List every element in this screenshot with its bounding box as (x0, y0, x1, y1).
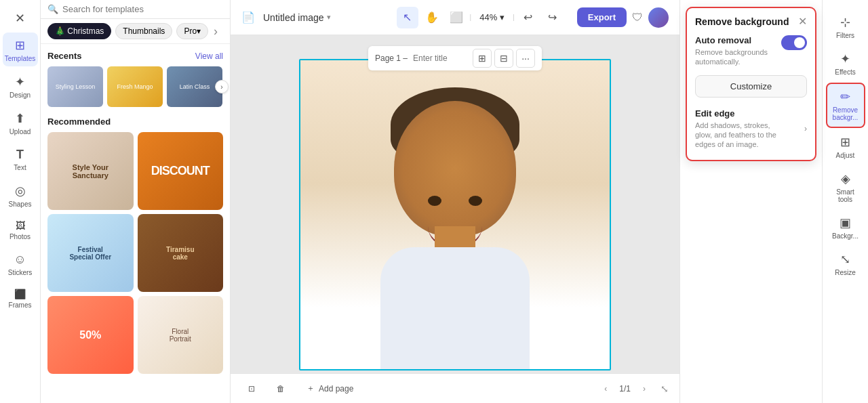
right-tool-resize[interactable]: ⤡ Resize (826, 247, 865, 282)
design-label: Design (9, 91, 31, 99)
effects-icon: ✦ (840, 51, 850, 66)
edit-edge-chevron-icon: › (804, 124, 807, 133)
auto-removal-text: Auto removal Remove backgrounds automati… (695, 35, 776, 67)
page-info: 1/1 (619, 384, 631, 394)
pagination: ‹ 1/1 › ⤡ (597, 381, 669, 397)
rec-thumb-3[interactable]: FestivalSpecial Offer (47, 214, 134, 292)
top-bar: 📄 Untitled image ▾ ↖ ✋ ⬜ | 44% ▾ | ↩ ↪ E… (231, 0, 679, 35)
child-eye-right (469, 196, 482, 206)
undo-button[interactable]: ↩ (517, 7, 539, 28)
sidebar-item-frames[interactable]: ⬛ Frames (3, 283, 38, 313)
adjust-icon: ⊞ (840, 135, 850, 150)
select-tool-button[interactable]: ↖ (397, 7, 418, 28)
add-page-icon: ＋ (307, 383, 315, 394)
rec-thumb-4[interactable]: Tiramisucake (138, 214, 224, 292)
right-tool-effects[interactable]: ✦ Effects (826, 46, 865, 81)
view-all-button[interactable]: View all (195, 51, 223, 61)
smart-tools-icon: ◈ (841, 171, 850, 186)
tag-more-icon[interactable]: › (214, 24, 218, 39)
canvas-area[interactable]: Page 1 – ⊞ ⊟ ··· (231, 35, 679, 373)
customize-button[interactable]: Customize (695, 75, 807, 98)
left-nav: ✕ ⊞ Templates ✦ Design ⬆ Upload T Text ◎… (0, 0, 41, 403)
duplicate-button[interactable]: ⊡ (241, 380, 262, 398)
remove-bg-close-button[interactable]: ✕ (798, 16, 807, 27)
photos-label: Photos (9, 233, 31, 240)
expand-pages-icon[interactable]: ⤡ (660, 383, 669, 394)
auto-removal-row: Auto removal Remove backgrounds automati… (695, 35, 807, 67)
canvas-wrapper[interactable] (299, 59, 611, 370)
recents-next-arrow[interactable]: › (215, 80, 229, 93)
shield-icon: 🛡 (632, 12, 643, 24)
rec-thumb-2[interactable]: DISCOUNT (138, 132, 224, 210)
zoom-control[interactable]: 44% ▾ (474, 9, 510, 25)
remove-bg-dialog: Remove background ✕ Auto removal Remove … (686, 7, 816, 161)
edit-edge-row[interactable]: Edit edge Add shadows, strokes, glow, an… (695, 106, 807, 152)
page-qr-button[interactable]: ⊟ (494, 49, 513, 68)
background-label: Backgr... (832, 232, 859, 240)
tag-pro[interactable]: Pro▾ (176, 23, 208, 39)
sidebar-item-shapes[interactable]: ◎ Shapes (3, 178, 38, 212)
bottom-bar: ⊡ 🗑 ＋ Add page ‹ 1/1 › ⤡ (231, 373, 679, 403)
export-button[interactable]: Export (577, 7, 627, 27)
sidebar-panel: 🔍 🎄 Christmas Thumbnails Pro▾ › Recents … (41, 0, 231, 403)
search-input[interactable] (62, 4, 223, 14)
doc-chevron-icon: ▾ (327, 13, 331, 22)
edit-edge-title: Edit edge (695, 108, 783, 119)
next-page-button[interactable]: › (636, 381, 652, 397)
nav-logo[interactable]: ✕ (3, 5, 38, 30)
logo-icon: ✕ (15, 11, 25, 26)
page-frame-button[interactable]: ⊞ (473, 49, 492, 68)
tag-thumbnails[interactable]: Thumbnails (115, 23, 172, 39)
tag-christmas-label: 🎄 Christmas (55, 26, 104, 36)
sidebar-item-design[interactable]: ✦ Design (3, 69, 38, 103)
prev-page-button[interactable]: ‹ (597, 381, 614, 397)
adjust-label: Adjust (836, 152, 855, 159)
pan-tool-button[interactable]: ✋ (421, 7, 443, 28)
doc-title: Untitled image (263, 12, 324, 23)
sidebar-item-stickers[interactable]: ☺ Stickers (3, 247, 38, 280)
rec-thumb-6[interactable]: FloralPortrait (138, 296, 224, 374)
child-body (380, 247, 530, 369)
delete-button[interactable]: 🗑 (270, 380, 292, 398)
sidebar-item-templates[interactable]: ⊞ Templates (3, 33, 38, 66)
recommended-title: Recommended (47, 116, 111, 127)
smart-tools-label: Smart tools (830, 188, 861, 203)
zoom-chevron-icon: ▾ (500, 12, 505, 22)
shapes-label: Shapes (9, 200, 32, 208)
recent-thumb-2[interactable]: Fresh Mango (107, 66, 163, 107)
frame-tool-button[interactable]: ⬜ (446, 7, 467, 28)
rec-thumb-5[interactable]: 50% (47, 296, 134, 374)
sidebar-item-photos[interactable]: 🖼 Photos (3, 215, 38, 245)
recommended-grid: Style YourSanctuary DISCOUNT FestivalSpe… (47, 132, 223, 374)
tag-pro-label: Pro▾ (184, 26, 201, 36)
doc-title-area[interactable]: Untitled image ▾ (263, 12, 331, 23)
right-tool-background[interactable]: ▣ Backgr... (826, 210, 865, 245)
canvas-content (300, 60, 610, 369)
child-face (394, 101, 516, 236)
rec-thumb-1[interactable]: Style YourSanctuary (47, 132, 134, 210)
auto-removal-toggle[interactable] (781, 35, 807, 50)
page-more-button[interactable]: ··· (516, 49, 535, 68)
page-label-text: Page 1 – (375, 54, 408, 63)
right-tool-filters[interactable]: ⊹ Filters (826, 9, 865, 45)
right-tool-adjust[interactable]: ⊞ Adjust (826, 129, 865, 165)
redo-button[interactable]: ↪ (542, 7, 564, 28)
remove-bg-tool-label: Remove backgr... (831, 106, 860, 121)
add-page-button[interactable]: ＋ Add page (300, 379, 360, 398)
recent-thumb-3[interactable]: Latin Class (167, 66, 222, 107)
recent-thumb-1[interactable]: Styling Lesson (47, 66, 103, 107)
sidebar-item-text[interactable]: T Text (3, 142, 38, 175)
text-label: Text (14, 164, 26, 171)
sidebar-item-upload[interactable]: ⬆ Upload (3, 106, 38, 140)
recommended-header: Recommended (47, 116, 223, 127)
user-avatar[interactable] (648, 7, 669, 28)
remove-bg-title: Remove background (695, 16, 789, 27)
tag-christmas[interactable]: 🎄 Christmas (47, 23, 111, 39)
toolbar-center: ↖ ✋ ⬜ | 44% ▾ | ↩ ↪ (397, 7, 564, 28)
background-icon: ▣ (840, 215, 851, 230)
right-tool-remove-bg[interactable]: ✏ Remove backgr... (826, 83, 865, 128)
remove-bg-icon: ✏ (840, 89, 850, 104)
page-title-input[interactable] (413, 54, 467, 63)
right-tool-smart[interactable]: ◈ Smart tools (826, 166, 865, 209)
frames-icon: ⬛ (14, 289, 26, 299)
